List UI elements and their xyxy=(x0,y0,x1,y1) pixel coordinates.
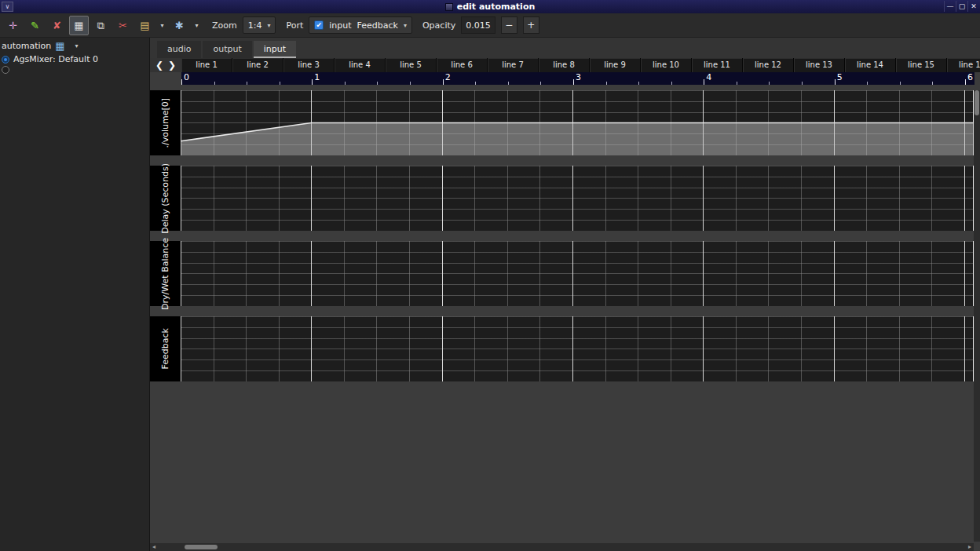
next-line-button[interactable]: ❯ xyxy=(168,60,176,70)
machine-label: AgsMixer: Default 0 xyxy=(13,54,98,64)
app-icon xyxy=(445,3,453,11)
position-cursor-button[interactable]: ✛ xyxy=(3,16,23,35)
line-header-cell[interactable]: line 12 xyxy=(743,58,794,72)
lane-label-strip: Dry/Wet Balance xyxy=(150,241,181,306)
lane-label: Feedback xyxy=(160,328,170,369)
select-button[interactable]: ▦ xyxy=(69,16,89,35)
machine-list: AgsMixer: Default 0 xyxy=(0,54,149,75)
lanes: ./volume[0]Delay (Seconds)Dry/Wet Balanc… xyxy=(150,90,980,381)
line-header-cells: line 1line 2line 3line 4line 5line 6line… xyxy=(181,58,980,72)
line-header-cell[interactable]: line 4 xyxy=(335,58,386,72)
paste-dropdown-button[interactable]: ▾ xyxy=(157,16,167,35)
line-header-cell[interactable]: line 2 xyxy=(232,58,283,72)
line-header-row: ❮ ❯ line 1line 2line 3line 4line 5line 6… xyxy=(150,58,980,72)
automation-grid[interactable] xyxy=(181,90,974,155)
opacity-increment-button[interactable]: + xyxy=(523,16,539,34)
line-header-cell[interactable]: line 7 xyxy=(488,58,539,72)
automation-grid[interactable] xyxy=(181,166,974,231)
lane-label-strip: Feedback xyxy=(150,316,181,381)
copy-button[interactable]: ⧉ xyxy=(91,16,111,35)
prev-line-button[interactable]: ❮ xyxy=(155,60,163,70)
edit-button[interactable]: ✎ xyxy=(25,16,45,35)
tool-buttons: ✛✎✘▦⧉✂▤▾✱▾ xyxy=(3,16,202,35)
sidebar: automation ▦ ▾ AgsMixer: Default 0 xyxy=(0,38,150,551)
copy-icon: ⧉ xyxy=(97,20,104,31)
lane-label: Delay (Seconds) xyxy=(160,163,170,234)
tab-audio[interactable]: audio xyxy=(157,41,201,58)
opacity-input[interactable]: 0.015 xyxy=(461,16,495,34)
machine-selector-icon[interactable]: ▦ xyxy=(55,41,64,51)
port-scope: input xyxy=(329,20,351,31)
vertical-scrollbar[interactable] xyxy=(974,90,980,542)
line-header-cell[interactable]: line 1 xyxy=(181,58,232,72)
minimize-button[interactable]: — xyxy=(944,1,956,12)
tab-output[interactable]: output xyxy=(203,41,251,58)
chevron-down-icon[interactable]: ▾ xyxy=(75,42,79,49)
lane-label-strip: ./volume[0] xyxy=(150,90,181,155)
automation-lane: Dry/Wet Balance xyxy=(150,241,980,306)
line-header-cell[interactable]: line 13 xyxy=(794,58,845,72)
machine-radio-row[interactable]: AgsMixer: Default 0 xyxy=(0,54,149,64)
line-header-cell[interactable]: line 8 xyxy=(539,58,590,72)
line-header-cell[interactable]: line 11 xyxy=(692,58,743,72)
line-header-cell[interactable]: line 14 xyxy=(845,58,896,72)
line-header-cell[interactable]: line 16 xyxy=(947,58,980,72)
window-controls: — ▢ ✕ xyxy=(944,1,979,12)
machine-radio-button[interactable] xyxy=(2,56,9,64)
vertical-scrollbar-thumb[interactable] xyxy=(975,90,979,115)
line-header-cell[interactable]: line 6 xyxy=(437,58,488,72)
maximize-button[interactable]: ▢ xyxy=(956,1,967,12)
lane-label: Dry/Wet Balance xyxy=(160,238,170,310)
zoom-value: 1:4 xyxy=(248,20,262,31)
tool-button[interactable]: ✱ xyxy=(170,16,189,35)
port-label: Port xyxy=(286,20,303,31)
chevron-down-icon: ▾ xyxy=(267,22,270,29)
toolbar: ✛✎✘▦⧉✂▤▾✱▾ Zoom 1:4 ▾ Port ✔ input Feedb… xyxy=(0,13,980,38)
machine-radio-button[interactable] xyxy=(2,66,9,74)
clear-button[interactable]: ✘ xyxy=(47,16,67,35)
automation-lane: Delay (Seconds) xyxy=(150,166,980,231)
automation-lane: Feedback xyxy=(150,316,980,381)
line-header-cell[interactable]: line 9 xyxy=(590,58,641,72)
automation-lane: ./volume[0] xyxy=(150,90,980,155)
chevron-down-icon: ▾ xyxy=(404,22,407,29)
port-name: Feedback xyxy=(357,20,398,31)
port-combobox[interactable]: ✔ input Feedback ▾ xyxy=(309,16,412,34)
scroll-right-icon[interactable]: ▸ xyxy=(966,543,974,551)
line-header-cell[interactable]: line 3 xyxy=(283,58,335,72)
clear-icon: ✘ xyxy=(53,20,61,31)
titlebar: ∨ edit automation — ▢ ✕ xyxy=(0,0,980,13)
tab-bar: audiooutputinput xyxy=(150,38,980,58)
ruler-tick-label: 2 xyxy=(445,72,451,82)
paste-icon: ▤ xyxy=(140,20,149,31)
close-button[interactable]: ✕ xyxy=(967,1,979,12)
port-checkbox[interactable]: ✔ xyxy=(314,20,324,30)
automation-header: automation ▦ ▾ xyxy=(0,38,149,54)
automation-grid[interactable] xyxy=(181,316,974,381)
ruler-tick-label: 5 xyxy=(837,72,843,82)
cut-button[interactable]: ✂ xyxy=(113,16,133,35)
horizontal-scrollbar-thumb[interactable] xyxy=(185,545,218,549)
opacity-label: Opacity xyxy=(422,20,455,31)
title-area: edit automation xyxy=(0,0,980,13)
opacity-decrement-button[interactable]: − xyxy=(501,16,517,34)
ruler-tick-label: 6 xyxy=(967,72,973,82)
line-header-cell[interactable]: line 10 xyxy=(641,58,692,72)
line-nav: ❮ ❯ xyxy=(150,58,181,72)
tab-input[interactable]: input xyxy=(254,41,296,58)
line-header-cell[interactable]: line 5 xyxy=(386,58,437,72)
machine-radio-row[interactable] xyxy=(0,64,149,75)
tool-dropdown-button[interactable]: ▾ xyxy=(192,16,202,35)
position-cursor-icon: ✛ xyxy=(9,20,17,31)
tool-icon: ✱ xyxy=(175,20,184,31)
zoom-combobox[interactable]: 1:4 ▾ xyxy=(243,16,276,34)
horizontal-scrollbar[interactable]: ◂ ▸ xyxy=(150,543,974,551)
line-header-cell[interactable]: line 15 xyxy=(896,58,947,72)
automation-title: automation xyxy=(2,41,51,51)
paste-button[interactable]: ▤ xyxy=(135,16,155,35)
scroll-left-icon[interactable]: ◂ xyxy=(150,543,158,551)
ruler-tick-label: 1 xyxy=(314,72,320,82)
ruler: 0123456 xyxy=(181,72,975,85)
select-icon: ▦ xyxy=(74,20,83,31)
automation-grid[interactable] xyxy=(181,241,974,306)
